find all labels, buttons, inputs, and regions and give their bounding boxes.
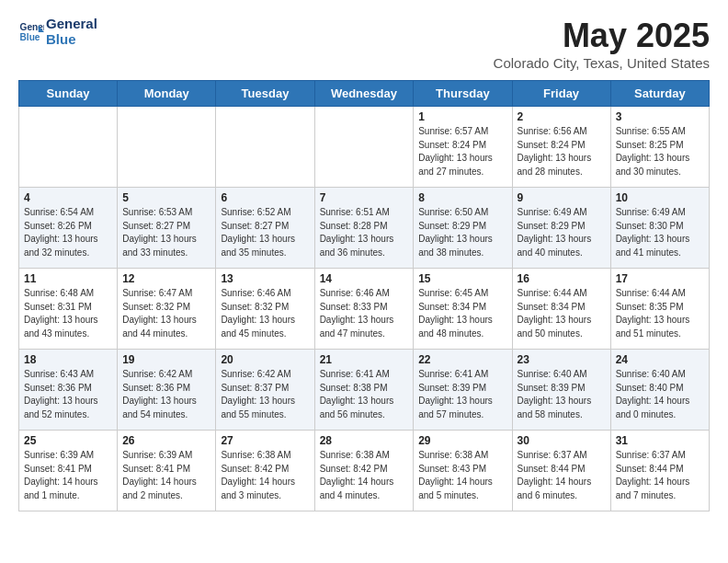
calendar-cell: 2Sunrise: 6:56 AM Sunset: 8:24 PM Daylig… [512,107,610,188]
day-number: 8 [418,191,506,204]
calendar-cell: 20Sunrise: 6:42 AM Sunset: 8:37 PM Dayli… [216,350,314,431]
calendar-cell: 29Sunrise: 6:38 AM Sunset: 8:43 PM Dayli… [414,431,512,511]
calendar-cell: 10Sunrise: 6:49 AM Sunset: 8:30 PM Dayli… [610,188,709,269]
day-number: 10 [616,191,704,204]
day-info: Sunrise: 6:42 AM Sunset: 8:36 PM Dayligh… [122,368,210,421]
calendar-cell: 21Sunrise: 6:41 AM Sunset: 8:38 PM Dayli… [314,350,414,431]
calendar-cell: 18Sunrise: 6:43 AM Sunset: 8:36 PM Dayli… [19,350,118,431]
calendar-cell: 1Sunrise: 6:57 AM Sunset: 8:24 PM Daylig… [414,107,512,188]
day-info: Sunrise: 6:42 AM Sunset: 8:37 PM Dayligh… [221,368,309,421]
logo-line2: Blue [46,32,97,48]
calendar-cell: 27Sunrise: 6:38 AM Sunset: 8:42 PM Dayli… [216,431,314,511]
day-number: 5 [122,191,210,204]
day-number: 2 [518,110,606,123]
day-number: 30 [518,434,606,447]
day-info: Sunrise: 6:38 AM Sunset: 8:43 PM Dayligh… [418,449,506,502]
calendar-cell [118,107,216,188]
day-number: 3 [616,110,704,123]
day-number: 11 [24,272,112,285]
day-info: Sunrise: 6:44 AM Sunset: 8:35 PM Dayligh… [616,287,704,340]
day-info: Sunrise: 6:49 AM Sunset: 8:29 PM Dayligh… [518,206,606,259]
day-number: 16 [518,272,606,285]
svg-text:Blue: Blue [20,31,40,41]
day-number: 21 [320,353,409,366]
calendar-cell: 13Sunrise: 6:46 AM Sunset: 8:32 PM Dayli… [216,269,314,350]
day-number: 4 [24,191,112,204]
day-number: 24 [616,353,704,366]
day-info: Sunrise: 6:48 AM Sunset: 8:31 PM Dayligh… [24,287,112,340]
col-saturday: Saturday [610,81,709,107]
calendar-table: Sunday Monday Tuesday Wednesday Thursday… [18,80,710,511]
day-info: Sunrise: 6:43 AM Sunset: 8:36 PM Dayligh… [24,368,112,421]
calendar-cell: 15Sunrise: 6:45 AM Sunset: 8:34 PM Dayli… [414,269,512,350]
calendar-cell: 23Sunrise: 6:40 AM Sunset: 8:39 PM Dayli… [512,350,610,431]
calendar-cell [216,107,314,188]
day-info: Sunrise: 6:44 AM Sunset: 8:34 PM Dayligh… [518,287,606,340]
day-info: Sunrise: 6:54 AM Sunset: 8:26 PM Dayligh… [24,206,112,259]
day-info: Sunrise: 6:46 AM Sunset: 8:32 PM Dayligh… [221,287,309,340]
day-info: Sunrise: 6:47 AM Sunset: 8:32 PM Dayligh… [122,287,210,340]
day-number: 25 [24,434,112,447]
calendar-header-row: Sunday Monday Tuesday Wednesday Thursday… [19,81,710,107]
day-info: Sunrise: 6:53 AM Sunset: 8:27 PM Dayligh… [122,206,210,259]
day-number: 13 [221,272,309,285]
logo-icon: General Blue [18,19,44,45]
day-info: Sunrise: 6:57 AM Sunset: 8:24 PM Dayligh… [418,125,506,178]
col-wednesday: Wednesday [314,81,414,107]
day-number: 12 [122,272,210,285]
day-info: Sunrise: 6:45 AM Sunset: 8:34 PM Dayligh… [418,287,506,340]
calendar-week-2: 4Sunrise: 6:54 AM Sunset: 8:26 PM Daylig… [19,188,710,269]
calendar-cell [314,107,414,188]
day-number: 20 [221,353,309,366]
day-info: Sunrise: 6:46 AM Sunset: 8:33 PM Dayligh… [320,287,409,340]
calendar-cell: 19Sunrise: 6:42 AM Sunset: 8:36 PM Dayli… [118,350,216,431]
calendar-cell: 14Sunrise: 6:46 AM Sunset: 8:33 PM Dayli… [314,269,414,350]
calendar-week-4: 18Sunrise: 6:43 AM Sunset: 8:36 PM Dayli… [19,350,710,431]
day-info: Sunrise: 6:50 AM Sunset: 8:29 PM Dayligh… [418,206,506,259]
day-info: Sunrise: 6:41 AM Sunset: 8:38 PM Dayligh… [320,368,409,421]
col-tuesday: Tuesday [216,81,314,107]
day-info: Sunrise: 6:49 AM Sunset: 8:30 PM Dayligh… [616,206,704,259]
day-number: 27 [221,434,309,447]
calendar-cell: 11Sunrise: 6:48 AM Sunset: 8:31 PM Dayli… [19,269,118,350]
day-number: 23 [518,353,606,366]
title-block: May 2025 Colorado City, Texas, United St… [494,17,710,71]
calendar-cell: 5Sunrise: 6:53 AM Sunset: 8:27 PM Daylig… [118,188,216,269]
day-info: Sunrise: 6:51 AM Sunset: 8:28 PM Dayligh… [320,206,409,259]
calendar-cell [19,107,118,188]
day-info: Sunrise: 6:41 AM Sunset: 8:39 PM Dayligh… [418,368,506,421]
calendar-week-1: 1Sunrise: 6:57 AM Sunset: 8:24 PM Daylig… [19,107,710,188]
logo: General Blue General Blue [18,17,97,47]
day-number: 9 [518,191,606,204]
col-sunday: Sunday [19,81,118,107]
calendar-cell: 9Sunrise: 6:49 AM Sunset: 8:29 PM Daylig… [512,188,610,269]
day-info: Sunrise: 6:37 AM Sunset: 8:44 PM Dayligh… [518,449,606,502]
subtitle: Colorado City, Texas, United States [494,55,710,71]
day-info: Sunrise: 6:40 AM Sunset: 8:39 PM Dayligh… [518,368,606,421]
calendar-cell: 26Sunrise: 6:39 AM Sunset: 8:41 PM Dayli… [118,431,216,511]
calendar-cell: 17Sunrise: 6:44 AM Sunset: 8:35 PM Dayli… [610,269,709,350]
calendar-cell: 31Sunrise: 6:37 AM Sunset: 8:44 PM Dayli… [610,431,709,511]
calendar-cell: 4Sunrise: 6:54 AM Sunset: 8:26 PM Daylig… [19,188,118,269]
day-number: 18 [24,353,112,366]
day-info: Sunrise: 6:38 AM Sunset: 8:42 PM Dayligh… [221,449,309,502]
logo-line1: General [46,17,97,32]
calendar-cell: 24Sunrise: 6:40 AM Sunset: 8:40 PM Dayli… [610,350,709,431]
day-number: 31 [616,434,704,447]
day-number: 7 [320,191,409,204]
day-info: Sunrise: 6:55 AM Sunset: 8:25 PM Dayligh… [616,125,704,178]
header: General Blue General Blue May 2025 Color… [18,17,710,71]
day-number: 19 [122,353,210,366]
calendar-week-5: 25Sunrise: 6:39 AM Sunset: 8:41 PM Dayli… [19,431,710,511]
day-number: 28 [320,434,409,447]
col-friday: Friday [512,81,610,107]
calendar-cell: 6Sunrise: 6:52 AM Sunset: 8:27 PM Daylig… [216,188,314,269]
day-number: 17 [616,272,704,285]
calendar-cell: 12Sunrise: 6:47 AM Sunset: 8:32 PM Dayli… [118,269,216,350]
calendar-cell: 8Sunrise: 6:50 AM Sunset: 8:29 PM Daylig… [414,188,512,269]
day-info: Sunrise: 6:52 AM Sunset: 8:27 PM Dayligh… [221,206,309,259]
calendar-cell: 16Sunrise: 6:44 AM Sunset: 8:34 PM Dayli… [512,269,610,350]
day-number: 14 [320,272,409,285]
day-info: Sunrise: 6:39 AM Sunset: 8:41 PM Dayligh… [24,449,112,502]
col-thursday: Thursday [414,81,512,107]
